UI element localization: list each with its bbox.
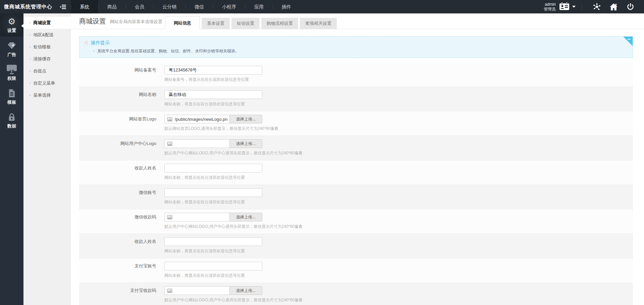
top-menu-item[interactable]: 系统 <box>71 0 98 13</box>
gear-icon: ⚙ <box>8 17 15 26</box>
submenu-item[interactable]: 菜单选择 <box>23 89 71 101</box>
upload-button[interactable]: 选择上传... <box>229 286 262 295</box>
lock-icon <box>8 112 16 122</box>
user-info[interactable]: admin 管理员 <box>544 2 556 11</box>
power-icon[interactable] <box>627 3 634 11</box>
top-menu: 系统商品会员云分销微信小程序应用插件 <box>71 0 300 13</box>
top-bar: 微商城系统管理中心 系统商品会员云分销微信小程序应用插件 admin 管理员 <box>0 0 644 13</box>
tab[interactable]: 购物流程设置 <box>261 18 298 29</box>
sidebar-rail-item[interactable]: 广告 <box>0 37 23 61</box>
top-menu-item[interactable]: 应用 <box>245 0 273 13</box>
form-row: 微信收款码 选择上传... 默认用户中心 <box>79 209 633 234</box>
content-header: 商城设置 网站全局内容基本选项设置 网站信息基本设置短信设置购物流程设置奖项相关… <box>71 13 644 29</box>
field-help: 网站名称，将显示在前台顶部欢迎信息等位置 <box>164 101 262 107</box>
text-input[interactable] <box>164 262 262 270</box>
form-row: 网站备案号 网站备案号，将显示在前台底部欢迎信息等位置 <box>79 62 633 87</box>
form-row: 支付宝收款码 选择上传... 默认用户中 <box>79 283 633 305</box>
hint-title: 操作提示 <box>91 40 110 46</box>
minus-icon <box>628 39 631 40</box>
top-menu-item[interactable]: 小程序 <box>213 0 245 13</box>
form-row: 网站首页Logo 选择上传... 默认网 <box>79 111 633 136</box>
upload-button[interactable]: 选择上传... <box>229 115 262 123</box>
field-help: 网站备案号，将显示在前台底部欢迎信息等位置 <box>164 77 262 83</box>
ad-sign-icon: AD <box>7 65 17 74</box>
submenu-item[interactable]: 自定义菜单 <box>23 77 71 89</box>
text-input[interactable] <box>164 164 262 172</box>
form-row: 支付宝账号 网站名称，将显示在前台顶部欢迎信息等位置 <box>79 258 633 283</box>
submenu-item[interactable]: 清除缓存 <box>23 53 71 65</box>
field-label: 支付宝账号 <box>79 258 156 283</box>
form-row: 网站名称 网站名称，将显示在前台顶部欢迎信息等位置 <box>79 87 633 111</box>
field-label: 网站名称 <box>79 87 156 111</box>
top-bar-actions: admin 管理员 <box>544 0 644 13</box>
tab[interactable]: 基本设置 <box>202 18 230 29</box>
submenu-item[interactable]: 地区&配送 <box>23 29 71 41</box>
field-help: 默认用户中心网站LOGO,用户中心通用头部显示，最佳显示尺寸为240*60像素 <box>164 150 303 156</box>
rail-item-label: 权限 <box>7 75 16 82</box>
top-menu-item[interactable]: 商品 <box>98 0 126 13</box>
field-help: 网站名称，将显示在前台顶部欢迎信息等位置 <box>164 248 262 254</box>
form-row: 网站用户中心Logo 选择上传... 默 <box>79 136 633 160</box>
divider <box>582 3 582 11</box>
home-icon[interactable] <box>609 3 618 11</box>
tab-bar: 网站信息基本设置短信设置购物流程设置奖项相关设置 <box>165 16 338 29</box>
hint-box: ☝ 操作提示 系统平台全局设置,包括基础设置、购物、短信、邮件、水印和分销等相关… <box>79 36 633 58</box>
upload-button[interactable]: 选择上传... <box>229 139 262 148</box>
tab[interactable]: 短信设置 <box>231 18 260 29</box>
field-help: 网站名称，将显示在前台顶部欢迎信息等位置 <box>164 175 262 181</box>
form-row: 微信账号 网站名称，将显示在前台顶部欢迎信息等位置 <box>79 185 633 209</box>
page-subtitle: 网站全局内容基本选项设置 <box>110 19 162 29</box>
top-menu-item[interactable]: 微信 <box>185 0 213 13</box>
sidebar-rail-item[interactable]: 模板 <box>0 85 23 109</box>
diamond-icon <box>7 41 16 50</box>
page-title: 商城设置 <box>79 17 106 29</box>
field-label: 网站备案号 <box>79 62 156 87</box>
tab[interactable]: 奖项相关设置 <box>300 18 337 29</box>
submenu-item[interactable]: 商城设置 <box>23 17 71 29</box>
top-menu-item[interactable]: 会员 <box>126 0 153 13</box>
settings-form: 网站备案号 网站备案号，将显示在前台底部欢迎信息等位置 网站名称 <box>71 62 644 305</box>
upload-path-input[interactable] <box>164 286 229 295</box>
upload-path-input[interactable] <box>164 139 229 148</box>
sidebar-rail-item[interactable]: 数据 <box>0 109 23 133</box>
image-icon <box>167 289 172 293</box>
sidebar-rail-item[interactable]: AD 权限 <box>0 61 23 85</box>
user-card-dropdown[interactable] <box>559 2 576 12</box>
field-label: 收款人姓名 <box>79 160 156 185</box>
hint-collapse-toggle[interactable] <box>623 37 633 46</box>
field-help: 网站名称，将显示在前台顶部欢迎信息等位置 <box>164 199 262 205</box>
field-label: 微信收款码 <box>79 209 156 234</box>
top-menu-item[interactable]: 插件 <box>273 0 300 13</box>
user-name: admin <box>544 2 556 7</box>
text-input[interactable] <box>164 90 262 99</box>
image-icon <box>167 142 172 146</box>
submenu-item[interactable]: 自提点 <box>23 65 71 77</box>
sidebar-rail-item[interactable]: ⚙ 设置 <box>0 13 23 37</box>
upload-path-input[interactable] <box>164 213 229 221</box>
text-input[interactable] <box>164 237 262 246</box>
field-label: 网站用户中心Logo <box>79 136 156 160</box>
sub-sidebar: 商城设置地区&配送短信模板清除缓存自提点自定义菜单菜单选择 <box>23 13 71 305</box>
text-input[interactable] <box>164 188 262 197</box>
icon-sidebar: ⚙ 设置 广告 AD 权限 模板 数据 <box>0 13 23 305</box>
upload-path-input[interactable] <box>164 115 229 123</box>
submenu-item[interactable]: 短信模板 <box>23 41 71 53</box>
menu-toggle-icon[interactable] <box>60 0 66 13</box>
top-menu-item[interactable]: 云分销 <box>153 0 185 13</box>
image-icon <box>167 117 172 121</box>
tab[interactable]: 网站信息 <box>165 16 200 29</box>
field-help: 默认用户中心网站LOGO,用户中心通用头部显示，最佳显示尺寸为240*60像素 <box>164 224 303 230</box>
rail-item-label: 广告 <box>7 52 16 58</box>
hint-text: 系统平台全局设置,包括基础设置、购物、短信、邮件、水印和分销等相关模块。 <box>84 48 619 54</box>
rail-item-label: 设置 <box>7 28 16 34</box>
app-logo: 微商城系统管理中心 <box>0 0 52 13</box>
field-label: 收款人姓名 <box>79 234 156 258</box>
field-label: 支付宝收款码 <box>79 283 156 305</box>
rail-item-label: 模板 <box>7 99 16 105</box>
user-role: 管理员 <box>544 7 556 11</box>
text-input[interactable] <box>164 66 262 74</box>
upload-button[interactable]: 选择上传... <box>229 213 262 221</box>
form-row: 收款人姓名 网站名称，将显示在前台顶部欢迎信息等位置 <box>79 160 633 185</box>
caret-down-icon <box>572 6 576 8</box>
share-network-icon[interactable] <box>593 3 601 11</box>
